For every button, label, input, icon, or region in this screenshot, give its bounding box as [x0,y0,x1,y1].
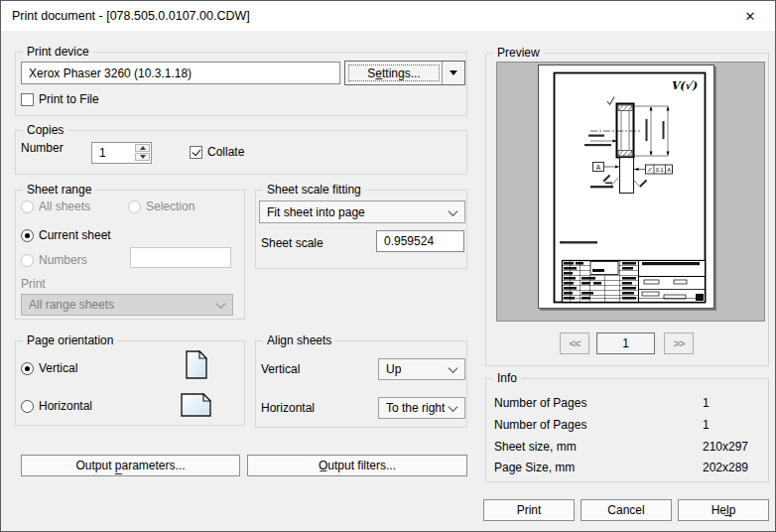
page-orientation-group-label: Page orientation [23,333,117,348]
spin-down-button[interactable] [135,153,150,161]
print-range-label: Print [21,277,46,292]
current-sheet-label: Current sheet [39,228,111,242]
info-group-label: Info [493,371,521,386]
copies-value[interactable]: 1 [99,143,106,163]
spin-up-button[interactable] [135,144,150,152]
sheet-scale-input[interactable]: 0.959524 [376,230,464,252]
preview-page-number[interactable]: 1 [596,332,655,354]
radio-horizontal-orientation[interactable]: Horizontal [21,399,92,413]
radio-selection[interactable]: Selection [128,200,194,213]
preview-next-button[interactable]: >> [664,332,694,354]
triangle-down-icon [140,155,146,159]
radio-selected-icon [21,362,34,375]
triangle-down-icon [450,70,457,75]
print-device-group-label: Print device [23,45,93,60]
align-sheets-group-label: Align sheets [263,333,335,348]
close-button[interactable]: ✕ [733,1,767,31]
page-portrait-icon [186,350,207,379]
chevron-down-icon [449,402,458,412]
align-vertical-select[interactable]: Up [378,358,465,380]
output-parameters-button[interactable]: Output p̲arameters... [21,455,240,476]
radio-all-sheets[interactable]: All sheets [21,200,90,213]
info-row-value: 210x297 [703,440,748,455]
radio-icon [21,400,34,413]
cancel-button-label: Cancel [607,503,644,517]
number-label: Number [21,141,64,156]
selection-label: Selection [146,200,194,213]
sheet-scale-label: Sheet scale [261,236,323,251]
collate-checkbox[interactable]: Collate [190,145,244,159]
cancel-button[interactable]: Cancel [581,499,672,521]
checkbox-icon [21,93,34,106]
chevron-down-icon [449,206,458,216]
output-filters-button[interactable]: O̲utput filters... [247,455,467,476]
print-button-label: Print [517,503,542,517]
output-parameters-label: Output p̲arameters... [75,459,185,472]
vertical-orientation-label: Vertical [39,361,77,375]
copies-group-label: Copies [23,123,67,138]
spinner-buttons [134,144,150,162]
preview-prev-button[interactable]: << [560,332,589,354]
datum-letter: A [596,164,601,171]
print-document-dialog: Print document - [078.505.0.0107.00.CDW]… [0,0,776,532]
align-horizontal-select[interactable]: To the right [378,397,465,419]
output-filters-label: O̲utput filters... [319,459,396,472]
info-row-label: Sheet size, mm [494,440,577,455]
copies-spinner[interactable]: 1 [91,142,152,164]
info-row-value: 1 [703,418,710,433]
info-row-value: 1 [703,396,710,411]
align-horizontal-label: Horizontal [261,401,315,416]
align-vertical-label: Vertical [261,362,300,377]
radio-icon [21,254,34,267]
sheet-scale-fitting-group-label: Sheet scale fitting [263,183,365,198]
info-row-label: Number of Pages [494,418,586,433]
range-sheets-select[interactable]: All range sheets [21,294,233,316]
help-button[interactable]: Hel̲p [678,499,769,521]
settings-button-label: Se̲ttings... [345,62,443,84]
radio-numbers[interactable]: Numbers [21,253,87,267]
radio-vertical-orientation[interactable]: Vertical [21,361,77,375]
print-button[interactable]: Print [483,499,575,521]
checkbox-checked-icon [190,146,202,159]
tolerance-value: 0.1 [656,167,664,173]
preview-page: V(√) [538,65,714,309]
radio-icon [128,200,141,213]
roughness-mark: V(√) [671,79,698,92]
preview-group-label: Preview [493,46,544,61]
align-vertical-value: Up [386,362,401,376]
prev-page-icon: << [570,337,581,349]
window-title: Print document - [078.505.0.0107.00.CDW] [12,1,250,31]
collate-label: Collate [207,145,244,159]
print-to-file-label: Print to File [39,92,99,106]
align-horizontal-value: To the right [386,401,445,415]
fit-mode-value: Fit sheet into page [267,205,365,219]
fit-mode-select[interactable]: Fit sheet into page [259,200,465,223]
next-page-icon: >> [674,337,685,349]
horizontal-orientation-label: Horizontal [39,399,92,413]
settings-button[interactable]: Se̲ttings... [344,61,465,85]
radio-current-sheet[interactable]: Current sheet [21,228,111,242]
info-row-label: Page Size, mm [494,461,575,475]
help-button-label: Hel̲p [711,503,736,517]
chevron-down-icon [449,363,458,373]
tolerance-datum: A [667,167,671,173]
close-icon: ✕ [745,9,756,24]
all-sheets-label: All sheets [39,200,90,213]
range-sheets-value: All range sheets [29,298,114,312]
radio-icon [21,200,34,213]
numbers-label: Numbers [39,253,87,267]
sheet-range-group-label: Sheet range [23,183,95,198]
drawing-preview: V(√) [539,66,713,308]
info-row-label: Number of Pages [494,396,586,411]
settings-dropdown-arrow[interactable] [442,62,464,84]
page-number-value: 1 [622,336,629,350]
chevron-down-icon [216,299,226,309]
title-bar: Print document - [078.505.0.0107.00.CDW]… [1,1,775,31]
radio-selected-icon [21,229,34,242]
page-landscape-icon [181,393,211,417]
triangle-up-icon [140,146,146,150]
info-row-value: 202x289 [703,461,748,475]
printer-name-field[interactable]: Xerox Phaser 3260 (10.3.1.18) [21,62,340,84]
numbers-input[interactable] [130,247,231,268]
print-to-file-checkbox[interactable]: Print to File [21,92,99,106]
